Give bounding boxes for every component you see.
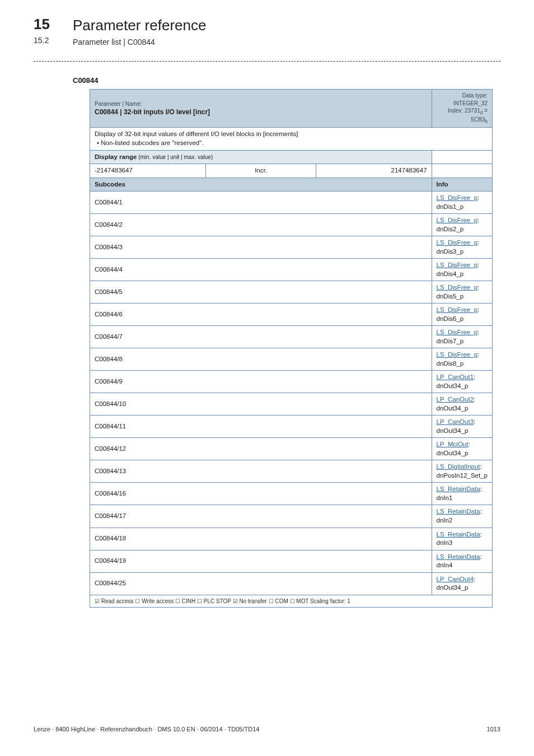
info-cell: LS_DisFree_p: dnDis5_p bbox=[432, 281, 492, 304]
subcode-cell: C00844/1 bbox=[90, 192, 432, 214]
info-link[interactable]: LP_CanOut1 bbox=[437, 374, 474, 380]
subcode-cell: C00844/12 bbox=[90, 438, 432, 460]
divider bbox=[34, 61, 500, 62]
info-cell: LS_RetainData: dnIn2 bbox=[432, 505, 492, 528]
subsection-number: 15.2 bbox=[34, 36, 49, 45]
parameter-anchor: C00844 bbox=[73, 76, 500, 85]
info-cell: LS_DisFree_p: dnDis1_p bbox=[432, 192, 492, 214]
subcode-cell: C00844/10 bbox=[90, 393, 432, 416]
col-header-subcodes: Subcodes bbox=[90, 178, 432, 192]
info-cell: LS_RetainData: dnIn1 bbox=[432, 483, 492, 505]
footer-page-number: 1013 bbox=[487, 726, 500, 732]
section-title: Parameter reference bbox=[73, 17, 500, 34]
display-range-empty bbox=[432, 150, 492, 164]
info-cell: LS_DisFree_p: dnDis3_p bbox=[432, 236, 492, 259]
info-cell: LS_DisFree_p: dnDis2_p bbox=[432, 214, 492, 236]
subcode-cell: C00844/18 bbox=[90, 528, 432, 550]
info-link[interactable]: LS_DisFree_p bbox=[437, 306, 478, 313]
info-cell: LS_RetainData: dnIn3 bbox=[432, 528, 492, 550]
info-cell: LS_RetainData: dnIn4 bbox=[432, 550, 492, 572]
subcode-cell: C00844/5 bbox=[90, 281, 432, 304]
info-link[interactable]: LS_RetainData bbox=[437, 531, 480, 538]
info-cell: LS_DisFree_p: dnDis7_p bbox=[432, 326, 492, 348]
info-cell: LP_MciOut: dnOut34_p bbox=[432, 438, 492, 460]
subcode-cell: C00844/7 bbox=[90, 326, 432, 348]
param-header-index: Index: 23731d = 5CB3h bbox=[437, 107, 488, 125]
info-link[interactable]: LS_DisFree_p bbox=[437, 217, 478, 223]
info-cell: LP_CanOut4: dnOut34_p bbox=[432, 572, 492, 595]
info-cell: LS_DisFree_p: dnDis8_p bbox=[432, 348, 492, 371]
info-link[interactable]: LP_MciOut bbox=[437, 441, 469, 447]
param-header-main: C00844 | 32-bit inputs I/O level [incr] bbox=[95, 108, 427, 116]
param-header-label: Parameter | Name: bbox=[95, 100, 427, 108]
param-header-left: Parameter | Name: C00844 | 32-bit inputs… bbox=[90, 90, 432, 128]
subcode-cell: C00844/4 bbox=[90, 259, 432, 281]
display-range-max: 2147483647 bbox=[316, 164, 432, 178]
info-link[interactable]: LS_RetainData bbox=[437, 508, 480, 515]
subcode-cell: C00844/6 bbox=[90, 304, 432, 326]
subcode-cell: C00844/17 bbox=[90, 505, 432, 528]
info-cell: LS_DigitalInput: dnPosIn12_Set_p bbox=[432, 460, 492, 483]
display-range-unit: Incr. bbox=[206, 164, 316, 178]
info-cell: LS_DisFree_p: dnDis6_p bbox=[432, 304, 492, 326]
param-description-line1: Display of 32-bit input values of differ… bbox=[95, 130, 488, 139]
info-cell: LS_DisFree_p: dnDis4_p bbox=[432, 259, 492, 281]
param-description-line2: • Non-listed subcodes are "reserved". bbox=[95, 139, 488, 148]
display-range-min: -2147483647 bbox=[90, 164, 206, 178]
footer-left: Lenze · 8400 HighLine · Referenzhandbuch… bbox=[34, 726, 259, 732]
info-link[interactable]: LS_DisFree_p bbox=[437, 351, 478, 358]
info-link[interactable]: LS_DisFree_p bbox=[437, 262, 478, 268]
info-link[interactable]: LS_DisFree_p bbox=[437, 194, 478, 201]
info-link[interactable]: LS_DisFree_p bbox=[437, 284, 478, 291]
info-link[interactable]: LP_CanOut2 bbox=[437, 396, 474, 403]
info-cell: LP_CanOut2: dnOut34_p bbox=[432, 393, 492, 416]
info-link[interactable]: LS_DisFree_p bbox=[437, 329, 478, 335]
param-header-datatype: Data type: INTEGER_32 bbox=[437, 92, 488, 107]
subcode-cell: C00844/9 bbox=[90, 371, 432, 393]
subcode-cell: C00844/25 bbox=[90, 572, 432, 595]
parameter-table: Parameter | Name: C00844 | 32-bit inputs… bbox=[90, 89, 493, 608]
subcode-cell: C00844/3 bbox=[90, 236, 432, 259]
subcode-cell: C00844/16 bbox=[90, 483, 432, 505]
info-link[interactable]: LP_CanOut3 bbox=[437, 418, 474, 425]
param-header-right: Data type: INTEGER_32 Index: 23731d = 5C… bbox=[432, 90, 492, 128]
param-description: Display of 32-bit input values of differ… bbox=[90, 128, 493, 150]
subcode-cell: C00844/11 bbox=[90, 416, 432, 438]
access-flags-row: ☑ Read access ☐ Write access ☐ CINH ☐ PL… bbox=[90, 595, 493, 608]
subcode-cell: C00844/19 bbox=[90, 550, 432, 572]
col-header-info: Info bbox=[432, 178, 492, 192]
display-range-label: Display range (min. value | unit | max. … bbox=[90, 150, 432, 164]
subsection-title: Parameter list | C00844 bbox=[73, 38, 500, 46]
info-cell: LP_CanOut3: dnOut34_p bbox=[432, 416, 492, 438]
info-link[interactable]: LS_RetainData bbox=[437, 486, 480, 492]
info-link[interactable]: LS_DisFree_p bbox=[437, 239, 478, 246]
subcode-cell: C00844/8 bbox=[90, 348, 432, 371]
subcode-cell: C00844/13 bbox=[90, 460, 432, 483]
info-link[interactable]: LP_CanOut4 bbox=[437, 576, 474, 582]
info-link[interactable]: LS_DigitalInput bbox=[437, 463, 480, 470]
info-link[interactable]: LS_RetainData bbox=[437, 553, 480, 560]
section-number: 15 bbox=[34, 16, 50, 33]
info-cell: LP_CanOut1: dnOut34_p bbox=[432, 371, 492, 393]
subcode-cell: C00844/2 bbox=[90, 214, 432, 236]
display-range-empty2 bbox=[432, 164, 492, 178]
